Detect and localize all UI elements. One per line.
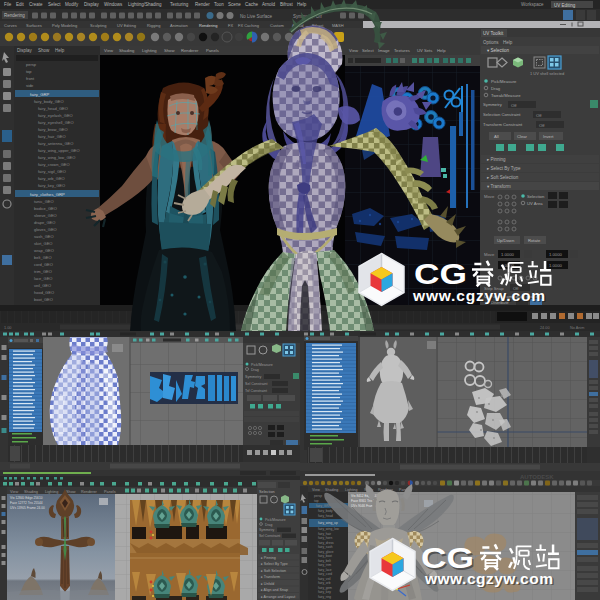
svg-text:trim_GEO: trim_GEO (34, 269, 52, 274)
svg-text:fairy_trim: fairy_trim (318, 563, 331, 567)
svg-text:Face 12772 Tris 25544: Face 12772 Tris 25544 (10, 501, 43, 505)
svg-text:Animation: Animation (170, 23, 188, 28)
svg-text:1 UV shell selected: 1 UV shell selected (530, 71, 564, 76)
svg-text:▸ Select By Type: ▸ Select By Type (487, 166, 521, 171)
svg-text:Display: Display (84, 2, 100, 7)
svg-text:fairy_glove: fairy_glove (318, 550, 334, 554)
svg-text:UVs 13905 Frame 24.00: UVs 13905 Frame 24.00 (10, 506, 45, 510)
svg-text:Lighting: Lighting (142, 48, 157, 53)
svg-text:fairy_wing_upper_GEO: fairy_wing_upper_GEO (38, 148, 80, 153)
svg-text:fairy_body_GEO: fairy_body_GEO (34, 99, 64, 104)
svg-text:sash_GEO: sash_GEO (34, 234, 54, 239)
svg-text:Arnold: Arnold (262, 2, 276, 7)
svg-text:hood_GEO: hood_GEO (34, 290, 54, 295)
svg-text:Panels: Panels (206, 48, 219, 53)
svg-text:Drag: Drag (251, 368, 259, 372)
svg-text:bodice_GEO: bodice_GEO (34, 206, 57, 211)
svg-text:Rigging: Rigging (147, 23, 161, 28)
svg-text:fairy_key_GEO: fairy_key_GEO (38, 183, 65, 188)
svg-text:No Live Surface: No Live Surface (240, 14, 273, 19)
svg-text:▾ Transform: ▾ Transform (487, 184, 511, 189)
svg-text:Show: Show (66, 490, 76, 494)
svg-text:Symmetry: Symmetry (245, 375, 261, 379)
svg-text:Clear: Clear (517, 134, 528, 139)
svg-text:top: top (26, 69, 32, 74)
svg-text:fairy_antenna_GEO: fairy_antenna_GEO (38, 141, 73, 146)
svg-text:Panels: Panels (104, 490, 116, 494)
svg-text:veil_GEO: veil_GEO (34, 283, 51, 288)
svg-text:UV Editing: UV Editing (554, 3, 576, 8)
svg-text:sleeve_GEO: sleeve_GEO (34, 213, 57, 218)
svg-text:FX: FX (228, 23, 233, 28)
svg-text:Selection: Selection (259, 490, 275, 494)
svg-text:Renderer: Renderer (81, 490, 98, 494)
svg-text:Shading: Shading (119, 48, 135, 53)
svg-text:front: front (26, 76, 35, 81)
svg-text:fairy_gem: fairy_gem (318, 586, 332, 590)
svg-text:fairy_orb: fairy_orb (318, 581, 331, 585)
svg-text:fairy_veil: fairy_veil (318, 577, 331, 581)
svg-text:Rendering: Rendering (199, 23, 217, 28)
svg-text:fairy_brow_GEO: fairy_brow_GEO (38, 127, 68, 132)
svg-text:No Anim: No Anim (570, 326, 584, 330)
svg-text:Surfaces: Surfaces (26, 23, 42, 28)
svg-text:Help: Help (297, 2, 307, 7)
svg-text:View: View (104, 48, 114, 53)
svg-text:wrap_GEO: wrap_GEO (34, 248, 54, 253)
svg-text:www.cgzyw.com: www.cgzyw.com (412, 287, 545, 304)
svg-text:Rendering: Rendering (4, 13, 25, 18)
svg-text:fairy_hair: fairy_hair (318, 532, 332, 536)
svg-text:▸ Pinning: ▸ Pinning (261, 556, 276, 560)
svg-text:Select: Select (362, 48, 374, 53)
svg-text:Edit: Edit (16, 2, 25, 7)
svg-text:▸ Soft Selection: ▸ Soft Selection (487, 175, 519, 180)
svg-text:▸ Soft Selection: ▸ Soft Selection (261, 569, 286, 573)
svg-text:fairy_wing_low: fairy_wing_low (318, 527, 340, 531)
svg-text:Pick/Measure: Pick/Measure (491, 79, 517, 84)
svg-text:Drag: Drag (491, 86, 501, 91)
svg-text:Invert: Invert (543, 134, 554, 139)
svg-text:fairy_dress: fairy_dress (318, 541, 334, 545)
svg-text:persp: persp (26, 62, 37, 67)
svg-text:View: View (312, 488, 320, 492)
svg-text:▸ Unfold: ▸ Unfold (261, 582, 274, 586)
svg-text:Off: Off (539, 123, 545, 128)
svg-text:Pick/Measure: Pick/Measure (251, 363, 273, 367)
svg-text:Help: Help (437, 48, 446, 53)
svg-text:File: File (4, 2, 12, 7)
svg-text:Up/Down: Up/Down (497, 238, 515, 243)
svg-text:Select: Select (48, 2, 61, 7)
svg-text:Lighting/Shading: Lighting/Shading (128, 2, 162, 7)
svg-text:fairy_clothes_GRP: fairy_clothes_GRP (30, 192, 65, 197)
svg-text:fairy_sash: fairy_sash (318, 545, 333, 549)
svg-text:Move: Move (484, 252, 495, 257)
svg-text:1.0000: 1.0000 (549, 252, 562, 257)
svg-text:fairy_crown_GEO: fairy_crown_GEO (38, 162, 70, 167)
svg-text:Move: Move (484, 194, 495, 199)
svg-text:top: top (314, 499, 319, 503)
svg-text:Off: Off (536, 113, 542, 118)
svg-text:fairy_lace: fairy_lace (318, 568, 332, 572)
svg-text:Rotate: Rotate (528, 238, 541, 243)
svg-text:fairy_orb_GEO: fairy_orb_GEO (38, 176, 65, 181)
svg-text:Bifrost: Bifrost (280, 2, 294, 7)
svg-text:Cache: Cache (245, 2, 259, 7)
svg-text:fairy_ring: fairy_ring (318, 595, 331, 599)
svg-text:AUTODESK: AUTODESK (520, 474, 554, 480)
svg-text:side: side (26, 83, 34, 88)
svg-text:fairy_key: fairy_key (318, 590, 331, 594)
svg-text:1.00: 1.00 (4, 326, 11, 330)
svg-text:fairy_head: fairy_head (318, 514, 333, 518)
svg-text:Symmetry: Symmetry (483, 102, 503, 107)
svg-text:drape_GEO: drape_GEO (34, 220, 55, 225)
svg-text:Renderer: Renderer (181, 48, 199, 53)
svg-text:boot_GEO: boot_GEO (34, 297, 53, 302)
svg-text:Symmetry: Symmetry (259, 528, 275, 532)
svg-text:FX Caching: FX Caching (238, 23, 259, 28)
svg-text:Transform Constraint: Transform Constraint (483, 122, 523, 127)
svg-text:1.0000: 1.0000 (501, 252, 514, 257)
svg-text:www.cgzyw.com: www.cgzyw.com (424, 570, 553, 587)
svg-text:View: View (10, 490, 18, 494)
svg-text:Off: Off (511, 103, 517, 108)
svg-text:Custom: Custom (270, 23, 284, 28)
